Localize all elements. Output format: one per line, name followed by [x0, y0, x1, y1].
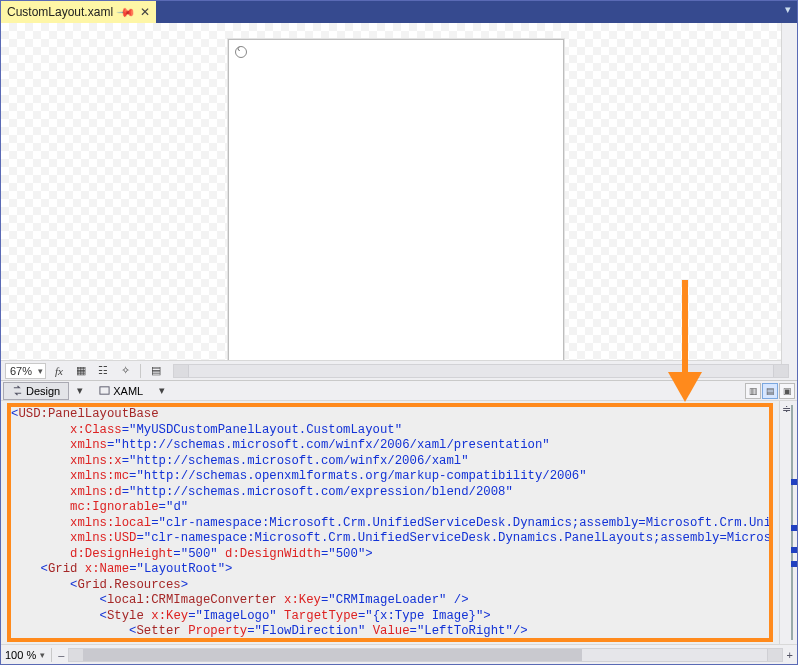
- designer-toolbar: 67% ▾ fx ▦ ☷ ✧ ▤: [1, 360, 797, 380]
- pin-icon[interactable]: 📌: [116, 2, 137, 23]
- tab-design[interactable]: Design: [3, 382, 69, 400]
- code-editor[interactable]: <USD:PanelLayoutBase x:Class="MyUSDCusto…: [1, 401, 797, 644]
- split-handle-icon[interactable]: ≑: [782, 403, 791, 416]
- designer-zoom-select[interactable]: 67% ▾: [5, 363, 46, 379]
- status-horizontal-scrollbar[interactable]: [68, 648, 782, 662]
- split-orientation-buttons: ▥ ▤ ▣: [745, 383, 795, 399]
- grid-snap-icon[interactable]: ▦: [72, 363, 90, 379]
- code-lines[interactable]: <USD:PanelLayoutBase x:Class="MyUSDCusto…: [11, 407, 769, 640]
- code-vertical-scrollbar[interactable]: ≑: [779, 401, 797, 644]
- design-canvas[interactable]: [228, 39, 564, 360]
- file-tab-label: CustomLayout.xaml: [7, 5, 113, 19]
- scroll-mark: [791, 525, 797, 531]
- split-collapse-icon[interactable]: ▣: [779, 383, 795, 399]
- tab-design-label: Design: [26, 385, 60, 397]
- split-horizontal-icon[interactable]: ▤: [762, 383, 778, 399]
- expand-design-icon[interactable]: ▾: [71, 383, 89, 399]
- snap-toggle-icon[interactable]: ✧: [116, 363, 134, 379]
- svg-rect-0: [100, 387, 109, 394]
- tab-overflow-chevron-icon[interactable]: ▾: [779, 1, 797, 23]
- design-canvas-area[interactable]: [1, 23, 781, 360]
- designer-zoom-value: 67%: [10, 365, 32, 377]
- swap-icon: [12, 385, 23, 396]
- designer-horizontal-scrollbar[interactable]: [173, 364, 789, 378]
- status-plus-icon[interactable]: +: [787, 649, 793, 661]
- close-icon[interactable]: ✕: [140, 5, 150, 19]
- fx-effects-icon[interactable]: fx: [50, 363, 68, 379]
- expand-xaml-icon[interactable]: ▾: [153, 383, 171, 399]
- status-zoom-label: 100 %: [5, 649, 36, 661]
- split-view-tabs: Design ▾ XAML ▾ ▥ ▤ ▣: [1, 381, 797, 401]
- chevron-down-icon: ▾: [32, 366, 43, 376]
- scroll-mark: [791, 547, 797, 553]
- tab-xaml[interactable]: XAML: [91, 382, 151, 400]
- xaml-code-pane: <USD:PanelLayoutBase x:Class="MyUSDCusto…: [1, 401, 797, 644]
- chevron-down-icon[interactable]: ▾: [40, 650, 45, 660]
- file-tab-customlayout[interactable]: CustomLayout.xaml 📌 ✕: [1, 1, 156, 23]
- layout-options-icon[interactable]: ▤: [147, 363, 165, 379]
- status-minus-icon[interactable]: –: [58, 649, 64, 661]
- xaml-icon: [99, 385, 110, 396]
- tab-xaml-label: XAML: [113, 385, 143, 397]
- scroll-mark: [791, 479, 797, 485]
- designer-vertical-scrollbar[interactable]: [781, 23, 797, 364]
- designer-pane: 67% ▾ fx ▦ ☷ ✧ ▤: [1, 23, 797, 381]
- scroll-mark: [791, 561, 797, 567]
- status-bar: 100 % ▾ – +: [1, 644, 797, 664]
- document-tab-strip: CustomLayout.xaml 📌 ✕ ▾: [1, 1, 797, 23]
- split-vertical-icon[interactable]: ▥: [745, 383, 761, 399]
- snap-lines-icon[interactable]: ☷: [94, 363, 112, 379]
